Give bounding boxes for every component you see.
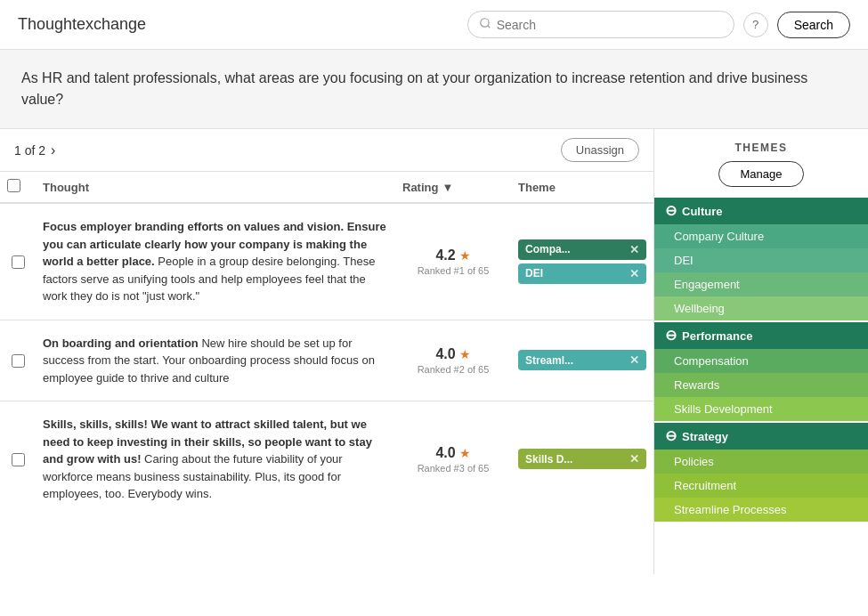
table-header: Thought Rating ▼ Theme [0, 172, 653, 204]
ranked-text: Ranked #2 of 65 [402, 364, 504, 375]
theme-tag-label: Compa... [525, 243, 571, 255]
row-checkbox[interactable] [12, 453, 25, 466]
row-checkbox[interactable] [12, 354, 25, 368]
theme-group-culture: ⊖ Culture Company Culture DEI Engagement… [654, 198, 868, 320]
row-checkbox-cell[interactable] [0, 353, 36, 368]
theme-item-policies[interactable]: Policies [654, 450, 868, 474]
app-logo: Thoughtexchange [18, 15, 146, 34]
theme-tag-label: Skills D... [525, 453, 572, 466]
theme-item-compensation[interactable]: Compensation [654, 349, 868, 373]
table-row: Skills, skills, skills! We want to attra… [0, 401, 653, 517]
collapse-icon: ⊖ [665, 429, 677, 443]
rating-cell: 4.0 ★ Ranked #2 of 65 [395, 346, 511, 375]
unassign-button[interactable]: Unassign [561, 138, 639, 162]
collapse-icon: ⊖ [665, 204, 677, 218]
theme-tag-label: DEI [525, 267, 543, 280]
question-banner: As HR and talent professionals, what are… [0, 50, 868, 129]
theme-tag-label: Streaml... [525, 354, 573, 367]
select-all-checkbox[interactable] [7, 179, 20, 192]
theme-item-recruitment[interactable]: Recruitment [654, 474, 868, 498]
theme-group-label: Strategy [682, 430, 728, 443]
manage-button[interactable]: Manage [718, 161, 805, 187]
theme-group-header-culture[interactable]: ⊖ Culture [654, 198, 868, 224]
theme-item-streamline-processes[interactable]: Streamline Processes [654, 498, 868, 522]
remove-theme-icon[interactable]: ✕ [629, 452, 639, 466]
theme-tag-cell: Streaml... ✕ [511, 350, 653, 370]
theme-group-label: Performance [682, 329, 752, 343]
star-icon: ★ [459, 347, 471, 361]
search-icon [479, 17, 491, 32]
rating-column-header: Rating ▼ [395, 181, 511, 194]
thought-text-cell: On boarding and orientation New hire sho… [36, 335, 395, 387]
star-icon: ★ [459, 248, 471, 263]
search-button[interactable]: Search [777, 12, 850, 38]
theme-group-label: Culture [682, 205, 723, 218]
rating-cell: 4.0 ★ Ranked #3 of 65 [395, 445, 511, 474]
theme-column-header: Theme [511, 181, 653, 194]
ranked-text: Ranked #3 of 65 [402, 463, 504, 474]
themes-panel-header: THEMES [654, 129, 868, 161]
search-input[interactable] [497, 18, 723, 32]
ranked-text: Ranked #1 of 65 [402, 265, 504, 276]
theme-item-skills-development[interactable]: Skills Development [654, 397, 868, 421]
sort-icon[interactable]: ▼ [442, 181, 453, 194]
collapse-icon: ⊖ [665, 328, 677, 343]
theme-group-strategy: ⊖ Strategy Policies Recruitment Streamli… [654, 423, 868, 522]
theme-tag[interactable]: Skills D... ✕ [518, 449, 646, 469]
page-indicator: 1 of 2 [14, 143, 45, 158]
remove-theme-icon[interactable]: ✕ [629, 243, 639, 256]
thought-text-cell: Skills, skills, skills! We want to attra… [36, 416, 395, 503]
rating-value: 4.0 [435, 445, 455, 460]
svg-point-0 [480, 19, 488, 27]
toolbar: 1 of 2 › Unassign [0, 129, 653, 172]
remove-theme-icon[interactable]: ✕ [629, 267, 639, 280]
theme-group-performance: ⊖ Performance Compensation Rewards Skill… [654, 322, 868, 421]
theme-tag[interactable]: Streaml... ✕ [518, 350, 646, 370]
theme-tag[interactable]: DEI ✕ [518, 263, 646, 284]
help-icon[interactable]: ? [743, 12, 768, 37]
rating-cell: 4.2 ★ Ranked #1 of 65 [395, 247, 511, 276]
table-row: On boarding and orientation New hire sho… [0, 320, 653, 402]
row-checkbox[interactable] [12, 255, 25, 269]
rating-value: 4.0 [435, 346, 455, 361]
question-text: As HR and talent professionals, what are… [21, 68, 847, 110]
select-all-checkbox-cell[interactable] [0, 179, 36, 195]
theme-item-company-culture[interactable]: Company Culture [654, 224, 868, 248]
remove-theme-icon[interactable]: ✕ [629, 353, 639, 367]
theme-item-wellbeing[interactable]: Wellbeing [654, 296, 868, 320]
table-row: Focus employer branding efforts on value… [0, 204, 653, 320]
thought-column-header: Thought [36, 181, 395, 194]
theme-tag-cell: Skills D... ✕ [511, 449, 653, 469]
thought-bold: On boarding and orientation [43, 336, 199, 350]
theme-item-dei[interactable]: DEI [654, 248, 868, 272]
theme-tag[interactable]: Compa... ✕ [518, 239, 646, 260]
rating-value: 4.2 [435, 247, 455, 263]
star-icon: ★ [459, 446, 471, 460]
theme-item-engagement[interactable]: Engagement [654, 272, 868, 296]
theme-tag-cell: Compa... ✕ DEI ✕ [511, 239, 653, 284]
header-actions: ? Search [467, 11, 850, 38]
left-panel: 1 of 2 › Unassign Thought Rating ▼ Theme [0, 129, 654, 574]
theme-group-header-performance[interactable]: ⊖ Performance [654, 322, 868, 349]
row-checkbox-cell[interactable] [0, 451, 36, 466]
themes-panel: THEMES Manage ⊖ Culture Company Culture … [654, 129, 868, 574]
main-layout: 1 of 2 › Unassign Thought Rating ▼ Theme [0, 129, 868, 574]
theme-item-rewards[interactable]: Rewards [654, 373, 868, 397]
row-checkbox-cell[interactable] [0, 254, 36, 269]
next-page-button[interactable]: › [51, 142, 55, 158]
thought-text-cell: Focus employer branding efforts on value… [36, 218, 395, 305]
theme-group-header-strategy[interactable]: ⊖ Strategy [654, 423, 868, 450]
pagination: 1 of 2 › [14, 142, 55, 158]
search-bar[interactable] [467, 11, 734, 38]
app-header: Thoughtexchange ? Search [0, 0, 868, 50]
